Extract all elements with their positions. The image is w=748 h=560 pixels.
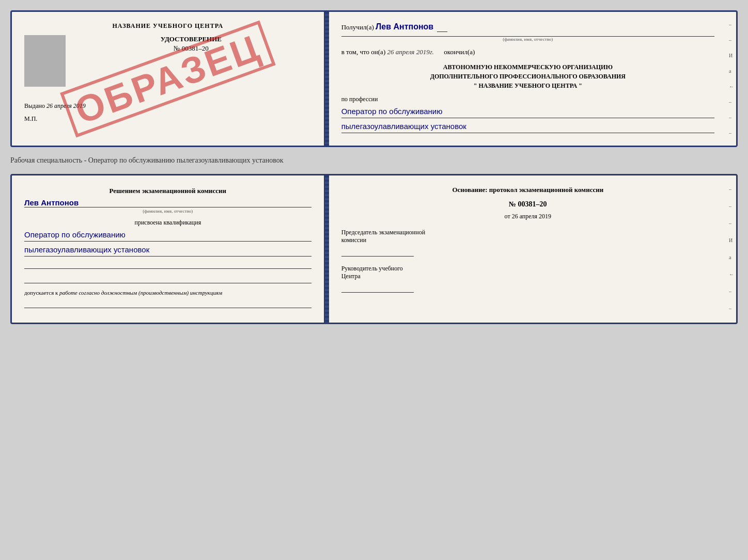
org-line3: " НАЗВАНИЕ УЧЕБНОГО ЦЕНТРА ": [341, 81, 714, 90]
photo-placeholder: [24, 35, 66, 87]
osnov-label: Основание: протокол экзаменационной коми…: [341, 186, 714, 194]
issued-label: Выдано: [24, 102, 45, 109]
profession-label: по профессии: [341, 95, 714, 103]
bottom-recipient-name: Лев Антпонов: [24, 198, 311, 207]
bottom-side-char-6: ←: [729, 271, 734, 277]
org-block: АВТОНОМНУЮ НЕКОММЕРЧЕСКУЮ ОРГАНИЗАЦИЮ ДО…: [341, 62, 714, 90]
fio-label-top: (фамилия, имя, отчество): [341, 36, 714, 42]
bottom-side-char-5: а: [729, 254, 734, 260]
issued-date: 26 апреля 2019: [46, 102, 86, 109]
допускается-text: работе согласно должностным (производств…: [59, 290, 222, 296]
side-char-3: И: [729, 53, 734, 58]
side-char-7: –: [729, 115, 734, 120]
remark-line: Рабочая специальность - Оператор по обсл…: [10, 153, 738, 168]
qualification-line1: Оператор по обслуживанию: [24, 229, 311, 242]
cert-left-details: УДОСТОВЕРЕНИЕ № 00381–20: [71, 35, 311, 87]
side-char-6: –: [729, 99, 734, 105]
date-line: в том, что он(а) 26 апреля 2019г. окончи…: [341, 48, 714, 56]
predsed-line1: Председатель экзаменационной: [341, 229, 714, 236]
side-char-1: –: [729, 22, 734, 27]
bottom-certificate-book: Решением экзаменационной комиссии Лев Ан…: [10, 174, 738, 324]
допускается-label: допускается к: [24, 290, 58, 296]
protocol-date: от 26 апреля 2019: [341, 213, 714, 220]
profession-line2: пылегазоулавливающих установок: [341, 120, 714, 133]
signature-line-3: [24, 298, 311, 308]
bottom-side-char-4: И: [729, 237, 734, 243]
right-side-deco: – – И а ← – – –: [727, 12, 736, 146]
bottom-side-char-3: –: [729, 220, 734, 226]
top-cert-left-page: НАЗВАНИЕ УЧЕБНОГО ЦЕНТРА УДОСТОВЕРЕНИЕ №…: [12, 12, 325, 146]
bottom-side-char-8: –: [729, 306, 734, 311]
predsed-block: Председатель экзаменационной комиссии: [341, 229, 714, 244]
cert-issued: Выдано 26 апреля 2019: [24, 102, 311, 110]
page-container: НАЗВАНИЕ УЧЕБНОГО ЦЕНТРА УДОСТОВЕРЕНИЕ №…: [10, 10, 738, 324]
qualification-line2: пылегазоулавливающих установок: [24, 244, 311, 257]
ruk-line2: Центра: [341, 273, 714, 280]
org-line2: ДОПОЛНИТЕЛЬНОГО ПРОФЕССИОНАЛЬНОГО ОБРАЗО…: [341, 72, 714, 81]
bottom-side-char-7: –: [729, 289, 734, 294]
finished-label: окончил(а): [444, 48, 475, 56]
qualification-label: присвоена квалификация: [24, 219, 311, 227]
predsed-line2: комиссии: [341, 236, 714, 244]
signature-line-1: [24, 259, 311, 269]
protocol-num: № 00381–20: [341, 200, 714, 209]
recipient-name: Лев Антпонов: [376, 22, 433, 31]
bottom-cert-right-page: Основание: протокол экзаменационной коми…: [329, 175, 727, 323]
bottom-side-char-1: –: [729, 186, 734, 192]
date-label: от: [505, 213, 510, 220]
side-char-5: ←: [729, 84, 734, 89]
ruk-block: Руководитель учебного Центра: [341, 265, 714, 280]
date-value: 26 апреля 2019г.: [387, 48, 433, 56]
komissia-line1: Решением экзаменационной комиссии: [24, 186, 311, 196]
received-label: Получил(а): [341, 23, 374, 31]
cert-main-area: УДОСТОВЕРЕНИЕ № 00381–20: [24, 35, 311, 87]
received-header: Получил(а) Лев Антпонов: [341, 22, 714, 32]
bottom-cert-left-page: Решением экзаменационной комиссии Лев Ан…: [12, 175, 325, 323]
ruk-signature-line: [341, 282, 414, 293]
org-line1: АВТОНОМНУЮ НЕКОММЕРЧЕСКУЮ ОРГАНИЗАЦИЮ: [341, 62, 714, 72]
mp-label: М.П.: [24, 115, 311, 123]
udostoverenie-label: УДОСТОВЕРЕНИЕ: [71, 35, 311, 43]
bottom-side-char-2: –: [729, 203, 734, 209]
bottom-spine-decoration: [325, 175, 329, 323]
predsed-signature-line: [341, 246, 414, 257]
bottom-right-side-deco: – – – И а ← – –: [727, 175, 736, 323]
ruk-line1: Руководитель учебного: [341, 265, 714, 273]
bottom-fio-label: (фамилия, имя, отчество): [24, 209, 311, 214]
spine-decoration: [325, 12, 329, 146]
komissia-label: Решением экзаменационной комиссии: [24, 186, 311, 196]
date-value: 26 апреля 2019: [512, 213, 551, 220]
date-intro: в том, что он(а): [341, 48, 386, 56]
side-char-2: –: [729, 37, 734, 43]
cert-number: № 00381–20: [71, 44, 311, 53]
signature-line-2: [24, 273, 311, 283]
top-certificate-book: НАЗВАНИЕ УЧЕБНОГО ЦЕНТРА УДОСТОВЕРЕНИЕ №…: [10, 10, 738, 147]
side-char-4: а: [729, 68, 734, 74]
top-cert-right-page: Получил(а) Лев Антпонов (фамилия, имя, о…: [329, 12, 727, 146]
training-center-title: НАЗВАНИЕ УЧЕБНОГО ЦЕНТРА: [24, 22, 311, 30]
допускается-block: допускается к работе согласно должностны…: [24, 290, 311, 296]
side-char-8: –: [729, 130, 734, 136]
profession-line1: Оператор по обслуживанию: [341, 105, 714, 118]
